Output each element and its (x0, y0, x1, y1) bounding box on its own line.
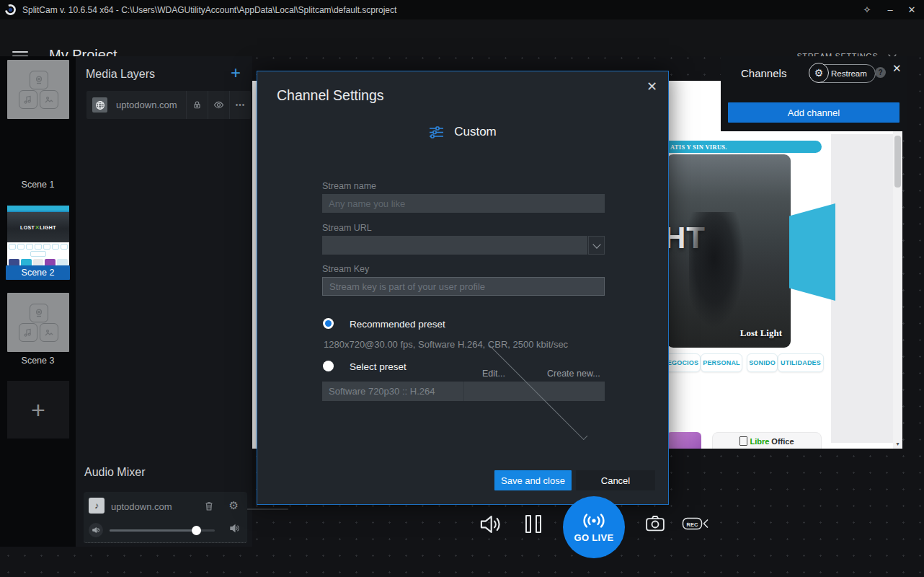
plus-icon: + (31, 396, 45, 424)
restream-button[interactable]: ⚙ Restream (810, 64, 876, 83)
app-header: My Project STREAM SETTINGS (0, 19, 924, 56)
chevron-down-icon (488, 340, 587, 440)
mini-game-banner: LOST✕LIGHT (7, 211, 69, 242)
layer-options-button[interactable]: ••• (229, 91, 251, 119)
scene-3-label[interactable]: Scene 3 (0, 356, 76, 366)
go-live-button[interactable]: GO LIVE (563, 496, 625, 558)
scrollbar-thumb[interactable] (894, 136, 901, 188)
photo-icon (40, 323, 58, 342)
game-card: HT Lost Light (667, 154, 791, 348)
preset-select[interactable]: Software 720p30 :: H.264 (322, 382, 605, 401)
recommended-preset-details: 1280x720@30.00 fps, Software H.264, CBR,… (324, 339, 568, 350)
webcam-icon (30, 304, 48, 322)
minimize-button[interactable]: – (879, 0, 901, 19)
stream-key-input[interactable] (322, 277, 605, 296)
media-layer-row[interactable]: uptodown.com ••• (86, 91, 251, 119)
save-and-close-button[interactable]: Save and close (494, 470, 572, 490)
splitcam-window: SplitCam v. 10.6.54 x64 - C:\Users\WDAGU… (0, 0, 924, 577)
preset-select-value: Software 720p30 :: H.264 (322, 386, 463, 397)
scene-2-label[interactable]: Scene 2 (6, 265, 70, 280)
add-channel-button[interactable]: Add channel (728, 102, 899, 123)
category-pill[interactable]: EGOCIOS (665, 353, 701, 372)
lock-layer-button[interactable] (186, 91, 208, 119)
speaker-icon (229, 523, 240, 534)
add-media-layer-button[interactable]: + (231, 66, 241, 80)
scene-2-thumbnail[interactable]: LOST✕LIGHT (7, 206, 69, 265)
select-preset-radio[interactable] (323, 361, 334, 371)
broadcast-icon (579, 511, 609, 530)
preset-select-arrow (463, 382, 605, 401)
master-volume-button[interactable] (478, 513, 504, 536)
libreoffice-card[interactable]: LibreOffice (712, 432, 822, 449)
music-note-glyph: ♪ (94, 501, 99, 511)
scene-1-label[interactable]: Scene 1 (0, 180, 76, 190)
category-pill[interactable]: SONIDO (747, 353, 778, 372)
scene-3-thumbnail[interactable] (7, 293, 69, 352)
cancel-button[interactable]: Cancel (576, 470, 655, 490)
audio-channel-name: uptodown.com (111, 501, 172, 512)
window-title: SplitCam v. 10.6.54 x64 - C:\Users\WDAGU… (22, 5, 396, 15)
mini-site-header (7, 206, 69, 211)
channel-type-label: Custom (454, 125, 497, 139)
splitcam-logo-icon (4, 4, 17, 16)
scene-1-thumbnail[interactable] (7, 60, 69, 119)
mini-banner-logo: ✕ (35, 224, 40, 231)
cyan-ribbon (789, 203, 835, 301)
globe-icon (92, 97, 107, 113)
screenshot-camera-button[interactable] (644, 513, 666, 534)
pause-button[interactable] (525, 515, 541, 533)
webcam-icon (30, 71, 48, 89)
create-new-preset-link[interactable]: Create new... (547, 369, 600, 379)
libreoffice-text-dark: Office (771, 437, 794, 446)
layer-visibility-button[interactable] (208, 91, 229, 119)
channel-settings-modal: ✕ Channel Settings Custom Stream name St… (257, 71, 669, 505)
stream-url-dropdown-button[interactable] (588, 236, 605, 255)
mini-banner-text-right: LIGHT (40, 225, 56, 230)
close-channels-icon[interactable]: ✕ (892, 62, 902, 75)
recommended-preset-label: Recommended preset (350, 319, 445, 330)
edit-preset-link[interactable]: Edit... (482, 369, 505, 379)
pin-icon[interactable]: ✧ (856, 0, 878, 19)
app-tile-thumbnail (667, 432, 701, 449)
close-window-button[interactable]: ✕ (901, 0, 923, 19)
recommended-preset-radio[interactable] (323, 318, 334, 329)
volume-slider[interactable] (110, 529, 215, 532)
audio-settings-gear-icon[interactable]: ⚙ (229, 499, 239, 512)
add-scene-button[interactable]: + (7, 381, 69, 439)
media-layer-name: uptodown.com (116, 100, 186, 110)
volume-slider-knob[interactable] (192, 526, 201, 535)
game-title-fragment: HT (667, 221, 706, 255)
restream-gear-icon: ⚙ (809, 63, 829, 83)
mini-category-row (7, 242, 69, 251)
stream-url-label: Stream URL (322, 223, 372, 233)
music-icon (19, 90, 37, 109)
stream-name-label: Stream name (322, 181, 376, 191)
category-pill[interactable]: UTILIDADES (778, 353, 824, 372)
stream-url-input[interactable] (322, 236, 587, 255)
trash-icon[interactable] (204, 501, 214, 511)
scene-placeholder-icons (18, 71, 58, 108)
scrollbar-down-arrow[interactable]: ▾ (893, 441, 902, 447)
webpage-banner-text: ATIS Y SIN VIRUS. (670, 144, 727, 151)
photo-icon (40, 90, 58, 109)
close-modal-button[interactable]: ✕ (647, 79, 657, 94)
game-caption: Lost Light (740, 327, 782, 339)
chevron-down-icon (592, 240, 600, 248)
category-pill[interactable]: PERSONAL (701, 353, 742, 372)
stream-name-input[interactable] (322, 194, 605, 213)
audio-mixer-channel: ♪ uptodown.com ⚙ (84, 492, 247, 543)
mute-button[interactable] (89, 523, 103, 537)
channel-type-row: Custom (257, 125, 668, 139)
title-bar: SplitCam v. 10.6.54 x64 - C:\Users\WDAGU… (0, 0, 924, 19)
scene-placeholder-icons (18, 304, 58, 341)
libreoffice-text-green: Libre (750, 437, 769, 446)
webpage-gray-column (831, 134, 893, 443)
help-button[interactable]: ? (875, 67, 886, 78)
select-preset-label: Select preset (350, 361, 407, 372)
restream-label: Restream (831, 69, 867, 78)
channels-panel: Channels ⚙ Restream ? ✕ Add channel (721, 56, 907, 131)
record-button[interactable]: REC (682, 516, 709, 532)
scenes-sidebar: Scene 1 LOST✕LIGHT Scene 2 (0, 56, 76, 547)
preview-scrollbar[interactable]: ▾ (893, 81, 902, 449)
sliders-icon (429, 125, 444, 139)
